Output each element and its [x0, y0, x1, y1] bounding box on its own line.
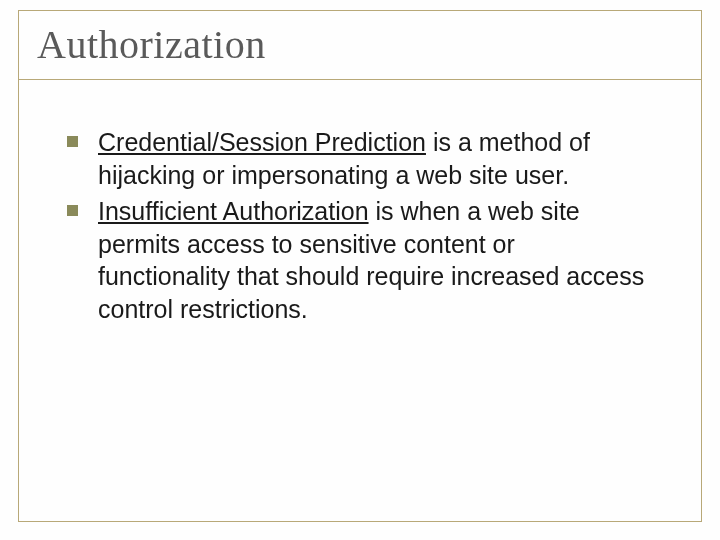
- title-area: Authorization: [19, 11, 701, 76]
- bullet-text: Insufficient Authorization is when a web…: [98, 195, 653, 325]
- title-underline: [19, 79, 701, 80]
- bullet-square-icon: [67, 205, 78, 216]
- term-underlined: Insufficient Authorization: [98, 197, 369, 225]
- content-area: Credential/Session Prediction is a metho…: [19, 76, 701, 325]
- term-underlined: Credential/Session Prediction: [98, 128, 426, 156]
- slide-frame: Authorization Credential/Session Predict…: [18, 10, 702, 522]
- bullet-square-icon: [67, 136, 78, 147]
- bullet-item: Insufficient Authorization is when a web…: [67, 195, 653, 325]
- slide-title: Authorization: [37, 21, 683, 68]
- bullet-text: Credential/Session Prediction is a metho…: [98, 126, 653, 191]
- bullet-item: Credential/Session Prediction is a metho…: [67, 126, 653, 191]
